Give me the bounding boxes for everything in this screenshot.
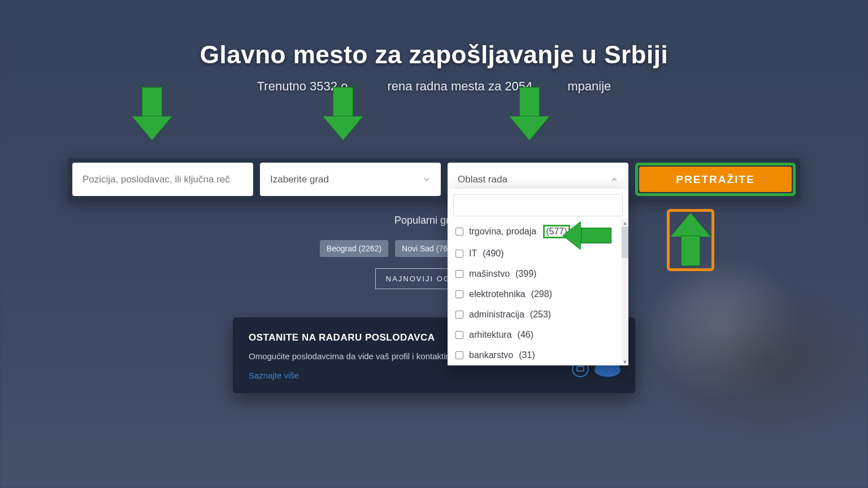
search-button-label: PRETRAŽITE (676, 173, 754, 186)
dropdown-option-count: (490) (483, 249, 504, 259)
position-input[interactable] (83, 174, 243, 185)
checkbox-icon[interactable] (455, 351, 463, 359)
checkbox-icon[interactable] (455, 228, 463, 236)
dropdown-filter-input[interactable] (453, 194, 623, 216)
scroll-up-icon[interactable]: ▲ (622, 220, 628, 226)
checkbox-icon[interactable] (455, 311, 463, 319)
city-select-label: Izaberite grad (270, 174, 329, 185)
dropdown-option-label: trgovina, prodaja (469, 226, 536, 237)
dropdown-option-count: (399) (515, 269, 536, 279)
search-button[interactable]: PRETRAŽITE (639, 167, 792, 192)
dropdown-option[interactable]: arhitektura (46) (448, 325, 628, 345)
dropdown-option-label: mašinstvo (469, 269, 510, 279)
dropdown-option[interactable]: mašinstvo (399) (448, 264, 628, 284)
annotation-arrow-up (667, 209, 714, 271)
area-dropdown: trgovina, prodaja (577)IT (490)mašinstvo… (448, 189, 628, 365)
search-button-highlight: PRETRAŽITE (635, 163, 796, 196)
dropdown-option-count: (31) (519, 350, 535, 360)
city-select[interactable]: Izaberite grad (260, 163, 441, 196)
annotation-arrow-2 (323, 87, 363, 142)
page-title: Glavno mesto za zapošljavanje u Srbiji (41, 41, 827, 69)
dropdown-option-label: bankarstvo (469, 350, 513, 360)
dropdown-option-label: administracija (469, 310, 524, 320)
chevron-down-icon (423, 176, 431, 184)
dropdown-option-count: (298) (531, 289, 552, 299)
dropdown-option-label: arhitektura (469, 330, 512, 340)
dropdown-option[interactable]: administracija (253) (448, 304, 628, 325)
chevron-up-icon (610, 176, 618, 184)
dropdown-option-count: (253) (530, 310, 551, 320)
annotation-arrow-1 (132, 87, 172, 142)
dropdown-filter-wrap (448, 189, 628, 220)
checkbox-icon[interactable] (455, 331, 463, 339)
page-content: Glavno mesto za zapošljavanje u Srbiji T… (41, 41, 827, 447)
subtitle-frag-3: mpanije (567, 79, 611, 93)
city-chip[interactable]: Beograd (2262) (320, 240, 388, 257)
position-field[interactable] (72, 163, 253, 196)
annotation-arrow-left (563, 221, 614, 250)
area-select-label: Oblast rada (458, 174, 507, 185)
checkbox-icon[interactable] (455, 290, 463, 298)
dropdown-option[interactable]: elektrotehnika (298) (448, 284, 628, 304)
dropdown-option[interactable]: bankarstvo (31) (448, 345, 628, 365)
dropdown-option-label: IT (469, 249, 477, 259)
dropdown-option-count: (46) (518, 330, 533, 340)
dropdown-scrollbar[interactable]: ▲ ▼ (622, 220, 628, 365)
search-bar: Izaberite grad Oblast rada PRETRAŽITE (68, 158, 800, 201)
scroll-thumb[interactable] (622, 226, 628, 258)
scroll-down-icon[interactable]: ▼ (622, 359, 628, 365)
checkbox-icon[interactable] (455, 270, 463, 278)
learn-more-link[interactable]: Saznajte više (249, 371, 299, 380)
annotation-arrow-3 (510, 87, 549, 142)
dropdown-option-label: elektrotehnika (469, 289, 526, 299)
checkbox-icon[interactable] (455, 250, 463, 258)
